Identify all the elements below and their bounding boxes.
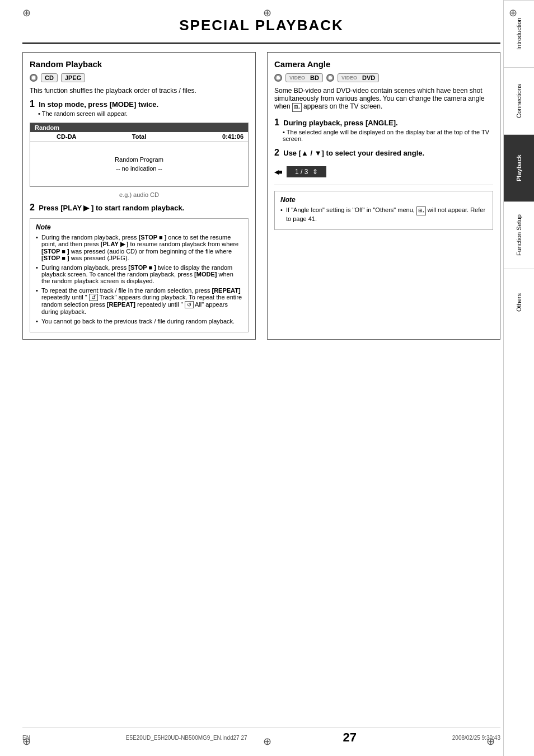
screen-col-time: 0:41:06 xyxy=(175,132,248,141)
angle-display-container: ◀■ 1 / 3 ⇕ xyxy=(274,163,493,180)
angle-arrows: ⇕ xyxy=(312,168,318,176)
disc-icon-cd xyxy=(30,74,38,82)
random-note-title: Note xyxy=(36,223,242,231)
step2-text: Press [PLAY ▶ ] to start random playback… xyxy=(39,204,184,212)
crosshair-bottom-center: ⊕ xyxy=(263,735,271,748)
camera-step2-text: Use [▲ / ▼] to select your desired angle… xyxy=(283,149,424,157)
sidebar-tab-connections[interactable]: Connections xyxy=(504,67,534,134)
camera-step1-text: During playback, press [ANGLE]. xyxy=(283,119,397,127)
disc-icon-bd xyxy=(274,74,282,82)
step2-number: 2 xyxy=(30,203,35,212)
random-step1: 1 In stop mode, press [MODE] twice. • Th… xyxy=(30,99,249,117)
sidebar-tab-others[interactable]: Others xyxy=(504,269,534,336)
random-note-2: During random playback, press [STOP ■ ] … xyxy=(36,264,242,284)
badge-jpeg: JPEG xyxy=(61,73,85,82)
sidebar-tab-introduction[interactable]: Introduction xyxy=(504,0,534,67)
badge-dvd: VIDEO DVD xyxy=(338,73,379,82)
camera-note-1: If "Angle Icon" setting is "Off" in "Oth… xyxy=(280,206,487,222)
crosshair-bottom-left: ⊕ xyxy=(22,735,31,748)
crosshair-top-center: ⊕ xyxy=(263,7,271,19)
step1-number: 1 xyxy=(30,99,35,109)
step1-sub: • The random screen will appear. xyxy=(38,110,249,117)
random-note-4: You cannot go back to the previous track… xyxy=(36,318,242,325)
page-number: 27 xyxy=(343,730,356,745)
screen-program: Random Program xyxy=(115,156,163,163)
badge-bd: VIDEO BD xyxy=(285,73,323,82)
camera-angle-icon-note: ⊞* xyxy=(416,206,426,215)
crosshair-top-left: ⊕ xyxy=(22,7,31,19)
screen-indication: -- no indication -- xyxy=(116,165,162,172)
note-divider xyxy=(274,185,493,185)
camera-note-title: Note xyxy=(280,196,487,204)
main-content: Random Playback CD JPEG This function sh… xyxy=(22,44,500,348)
camera-angle-icon-inline: ⊞* xyxy=(292,103,302,112)
page-title: SPECIAL PLAYBACK xyxy=(45,17,478,34)
camera-step1-number: 1 xyxy=(274,118,279,127)
random-note-1: During the random playback, press [STOP … xyxy=(36,234,242,261)
left-media-badges: CD JPEG xyxy=(30,73,249,82)
camera-intro: Some BD-video and DVD-video contain scen… xyxy=(274,87,493,112)
page-header: SPECIAL PLAYBACK xyxy=(22,0,500,44)
camera-step1-sub: • The selected angle will be displayed o… xyxy=(283,129,493,142)
camera-step2-number: 2 xyxy=(274,148,279,157)
screen-col-cdda: CD-DA xyxy=(30,132,103,141)
sidebar-tab-playback[interactable]: Playback xyxy=(504,134,534,201)
right-media-badges: VIDEO BD VIDEO DVD xyxy=(274,73,493,82)
random-playback-title: Random Playback xyxy=(30,59,249,69)
screen-columns-row: CD-DA Total 0:41:06 xyxy=(30,132,248,142)
camera-step2: 2 Use [▲ / ▼] to select your desired ang… xyxy=(274,148,493,158)
right-sidebar: Introduction Connections Playback Functi… xyxy=(503,0,534,756)
footer-file: E5E20UD_E5H20UD-NB500MG9_EN.indd27 27 xyxy=(126,735,247,741)
camera-angle-section: Camera Angle VIDEO BD VIDEO DVD Some BD-… xyxy=(267,52,500,340)
disc-icon-dvd xyxy=(326,74,334,82)
badge-cd: CD xyxy=(41,73,58,82)
screen-caption: e.g.) audio CD xyxy=(30,191,249,198)
sidebar-tab-function-setup[interactable]: Function Setup xyxy=(504,201,534,269)
page-footer: EN E5E20UD_E5H20UD-NB500MG9_EN.indd27 27… xyxy=(22,727,500,745)
screen-body: Random Program -- no indication -- xyxy=(30,142,248,186)
step1-text: In stop mode, press [MODE] twice. xyxy=(39,100,158,109)
random-intro: This function shuffles the playback orde… xyxy=(30,87,249,95)
random-playback-section: Random Playback CD JPEG This function sh… xyxy=(22,52,256,340)
camera-angle-title: Camera Angle xyxy=(274,59,493,69)
screen-col-total: Total xyxy=(103,132,176,141)
camera-step1: 1 During playback, press [ANGLE]. • The … xyxy=(274,118,493,142)
random-step2: 2 Press [PLAY ▶ ] to start random playba… xyxy=(30,203,249,213)
camera-note-box: Note If "Angle Icon" setting is "Off" in… xyxy=(274,191,493,230)
angle-display: 1 / 3 ⇕ xyxy=(287,166,326,177)
crosshair-bottom-right: ⊕ xyxy=(486,735,495,748)
random-note-box: Note During the random playback, press [… xyxy=(30,218,249,332)
screen-header: Random xyxy=(30,123,248,132)
angle-left-icon: ◀■ xyxy=(274,168,283,175)
random-screen-mockup: Random CD-DA Total 0:41:06 Random Progra… xyxy=(30,123,249,187)
random-note-3: To repeat the current track / file in th… xyxy=(36,287,242,315)
